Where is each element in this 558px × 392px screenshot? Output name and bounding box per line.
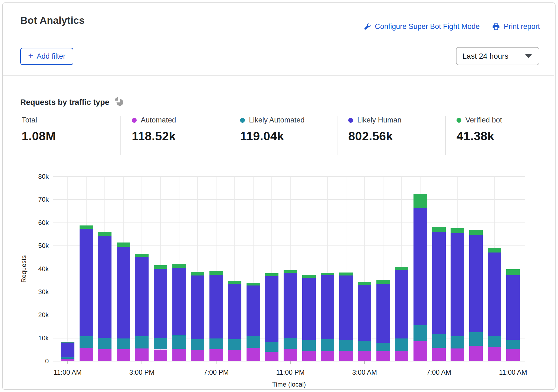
bar-13-segment-automated[interactable] bbox=[302, 351, 316, 361]
bar-14-segment-verified-bot[interactable] bbox=[321, 273, 334, 275]
bar-9-segment-likely-human[interactable] bbox=[228, 284, 241, 339]
bar-7-segment-likely-human[interactable] bbox=[191, 275, 204, 339]
bar-21-segment-likely-human[interactable] bbox=[451, 233, 464, 336]
bar-23-segment-likely-human[interactable] bbox=[488, 253, 501, 336]
bar-13-segment-likely-human[interactable] bbox=[302, 278, 316, 340]
bar-1-segment-likely-human[interactable] bbox=[80, 229, 93, 336]
bar-19-segment-verified-bot[interactable] bbox=[413, 194, 427, 208]
bar-10-segment-automated[interactable] bbox=[247, 348, 260, 361]
bar-2-segment-likely-human[interactable] bbox=[98, 236, 111, 338]
bar-19-segment-likely-human[interactable] bbox=[413, 208, 427, 325]
bar-23-segment-verified-bot[interactable] bbox=[488, 248, 501, 253]
bar-22-segment-verified-bot[interactable] bbox=[469, 230, 483, 235]
bar-18-segment-likely-human[interactable] bbox=[395, 270, 408, 339]
bar-9-segment-likely-automated[interactable] bbox=[228, 339, 241, 350]
bar-20-segment-likely-automated[interactable] bbox=[432, 334, 446, 348]
bar-0-segment-likely-automated[interactable] bbox=[61, 357, 74, 359]
bar-2-segment-verified-bot[interactable] bbox=[98, 232, 111, 236]
bar-10-segment-likely-automated[interactable] bbox=[247, 336, 260, 348]
bar-15-segment-verified-bot[interactable] bbox=[339, 273, 353, 275]
bar-14-segment-likely-automated[interactable] bbox=[321, 339, 334, 351]
bar-17-segment-automated[interactable] bbox=[376, 351, 390, 361]
bar-5-segment-likely-automated[interactable] bbox=[154, 338, 167, 350]
bar-23-segment-likely-automated[interactable] bbox=[488, 336, 501, 347]
bar-0-segment-verified-bot[interactable] bbox=[61, 342, 74, 343]
bar-21-segment-automated[interactable] bbox=[451, 348, 464, 361]
bar-20-segment-automated[interactable] bbox=[432, 348, 446, 361]
bar-7-segment-verified-bot[interactable] bbox=[191, 272, 204, 276]
bar-12-segment-likely-human[interactable] bbox=[284, 273, 297, 338]
bar-5-segment-likely-human[interactable] bbox=[154, 269, 167, 338]
bar-3-segment-verified-bot[interactable] bbox=[117, 242, 130, 247]
bar-6-segment-verified-bot[interactable] bbox=[172, 264, 186, 268]
bar-0-segment-likely-human[interactable] bbox=[61, 343, 74, 358]
bar-24-segment-likely-human[interactable] bbox=[506, 275, 520, 340]
bar-11-segment-verified-bot[interactable] bbox=[265, 273, 278, 276]
bar-24-segment-likely-automated[interactable] bbox=[506, 340, 520, 349]
bar-22-segment-automated[interactable] bbox=[469, 346, 483, 361]
bar-23-segment-automated[interactable] bbox=[488, 347, 501, 361]
bar-8-segment-verified-bot[interactable] bbox=[209, 271, 223, 275]
bar-4-segment-automated[interactable] bbox=[135, 348, 149, 361]
bar-22-segment-likely-human[interactable] bbox=[469, 235, 483, 332]
bar-18-segment-likely-automated[interactable] bbox=[395, 338, 408, 351]
bar-24-segment-verified-bot[interactable] bbox=[506, 269, 520, 275]
bar-16-segment-automated[interactable] bbox=[358, 351, 371, 361]
bar-17-segment-likely-human[interactable] bbox=[376, 284, 390, 343]
bar-6-segment-likely-human[interactable] bbox=[172, 268, 186, 335]
bar-19-segment-likely-automated[interactable] bbox=[413, 325, 427, 341]
bar-19-segment-automated[interactable] bbox=[413, 341, 427, 361]
bar-8-segment-automated[interactable] bbox=[209, 349, 223, 361]
bar-8-segment-likely-human[interactable] bbox=[209, 275, 223, 339]
bar-8-segment-likely-automated[interactable] bbox=[209, 338, 223, 349]
bar-9-segment-automated[interactable] bbox=[228, 350, 241, 361]
bar-14-segment-likely-human[interactable] bbox=[321, 275, 334, 339]
bar-4-segment-likely-human[interactable] bbox=[135, 257, 149, 336]
bar-2-segment-automated[interactable] bbox=[98, 349, 111, 361]
bar-10-segment-verified-bot[interactable] bbox=[247, 283, 260, 285]
bar-11-segment-likely-automated[interactable] bbox=[265, 342, 278, 352]
bar-17-segment-verified-bot[interactable] bbox=[376, 280, 390, 284]
bar-1-segment-automated[interactable] bbox=[80, 348, 93, 361]
bar-2-segment-likely-automated[interactable] bbox=[98, 338, 111, 349]
bar-5-segment-automated[interactable] bbox=[154, 350, 167, 361]
bar-14-segment-automated[interactable] bbox=[321, 351, 334, 361]
bar-6-segment-automated[interactable] bbox=[172, 349, 186, 361]
bar-4-segment-likely-automated[interactable] bbox=[135, 336, 149, 348]
bar-18-segment-automated[interactable] bbox=[395, 351, 408, 361]
bar-15-segment-automated[interactable] bbox=[339, 351, 353, 361]
bar-21-segment-verified-bot[interactable] bbox=[451, 228, 464, 233]
bar-16-segment-likely-human[interactable] bbox=[358, 285, 371, 341]
bar-12-segment-automated[interactable] bbox=[284, 349, 297, 361]
bar-7-segment-automated[interactable] bbox=[191, 350, 204, 361]
bar-24-segment-automated[interactable] bbox=[506, 349, 520, 361]
bar-13-segment-verified-bot[interactable] bbox=[302, 275, 316, 278]
bar-11-segment-likely-human[interactable] bbox=[265, 276, 278, 342]
bar-12-segment-verified-bot[interactable] bbox=[284, 270, 297, 273]
bar-1-segment-verified-bot[interactable] bbox=[80, 225, 93, 229]
bar-20-segment-likely-human[interactable] bbox=[432, 232, 446, 334]
bar-1-segment-likely-automated[interactable] bbox=[80, 336, 93, 348]
bar-3-segment-automated[interactable] bbox=[117, 349, 130, 361]
bar-12-segment-likely-automated[interactable] bbox=[284, 338, 297, 349]
bar-3-segment-likely-human[interactable] bbox=[117, 247, 130, 339]
bar-0-segment-automated[interactable] bbox=[61, 359, 74, 361]
bar-21-segment-likely-automated[interactable] bbox=[451, 336, 464, 348]
bar-13-segment-likely-automated[interactable] bbox=[302, 340, 316, 351]
bar-11-segment-automated[interactable] bbox=[265, 352, 278, 361]
bar-20-segment-verified-bot[interactable] bbox=[432, 227, 446, 232]
bar-3-segment-likely-automated[interactable] bbox=[117, 338, 130, 349]
bar-15-segment-likely-human[interactable] bbox=[339, 275, 353, 340]
bar-4-segment-verified-bot[interactable] bbox=[135, 254, 149, 257]
bar-17-segment-likely-automated[interactable] bbox=[376, 343, 390, 351]
bar-10-segment-likely-human[interactable] bbox=[247, 285, 260, 336]
bar-7-segment-likely-automated[interactable] bbox=[191, 339, 204, 350]
bar-18-segment-verified-bot[interactable] bbox=[395, 267, 408, 270]
bar-22-segment-likely-automated[interactable] bbox=[469, 332, 483, 346]
bar-9-segment-verified-bot[interactable] bbox=[228, 281, 241, 284]
bar-15-segment-likely-automated[interactable] bbox=[339, 340, 353, 351]
bar-16-segment-verified-bot[interactable] bbox=[358, 282, 371, 285]
bar-5-segment-verified-bot[interactable] bbox=[154, 265, 167, 269]
bar-6-segment-likely-automated[interactable] bbox=[172, 335, 186, 349]
bar-16-segment-likely-automated[interactable] bbox=[358, 341, 371, 351]
